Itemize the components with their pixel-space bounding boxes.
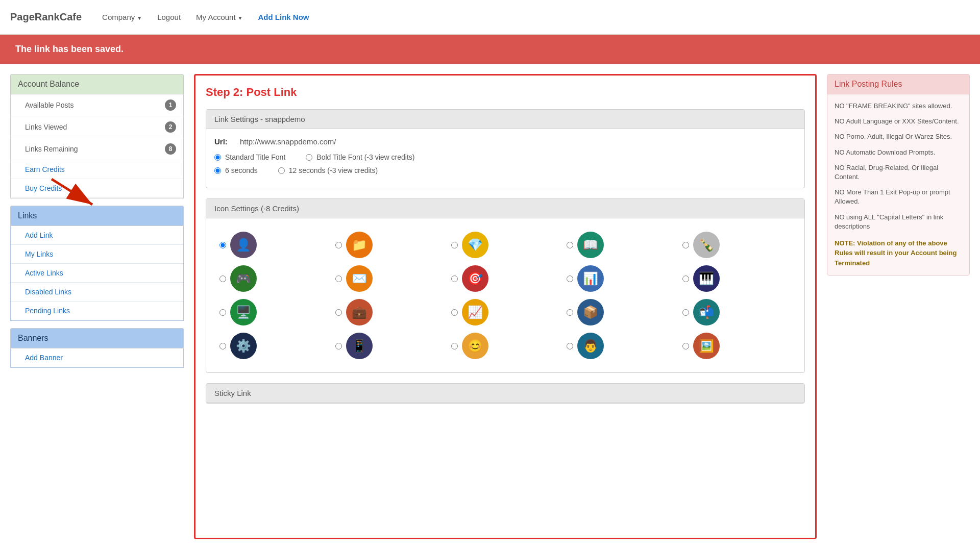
rule-6: NO More Than 1 Exit Pop-up or prompt All… — [835, 188, 962, 206]
icon-radio-19[interactable] — [567, 343, 573, 349]
icon-cell-14: 📦 — [567, 299, 675, 325]
icon-gem[interactable]: 💎 — [462, 232, 488, 258]
nav-addlink[interactable]: Add Link Now — [258, 13, 309, 21]
right-sidebar: Link Posting Rules NO "FRAME BREAKING" s… — [827, 74, 970, 539]
buy-credits-link[interactable]: Buy Credits — [11, 179, 183, 198]
standard-title-radio[interactable] — [214, 154, 221, 161]
icon-cell-18: 😊 — [451, 333, 560, 359]
title-font-row: Standard Title Font Bold Title Font (-3 … — [214, 153, 796, 161]
icon-cell-6: 🎮 — [219, 265, 328, 292]
link-settings-panel: Link Settings - snappdemo Url: http://ww… — [206, 109, 805, 188]
icon-radio-4[interactable] — [567, 242, 573, 248]
icon-briefcase[interactable]: 💼 — [346, 299, 373, 325]
icon-avatar2[interactable]: 👨 — [577, 333, 604, 359]
6sec-radio[interactable] — [214, 167, 221, 174]
icon-radio-17[interactable] — [335, 343, 342, 349]
12sec-option[interactable]: 12 seconds (-3 view credits) — [278, 166, 378, 174]
icon-cell-10: 🎹 — [682, 265, 791, 292]
links-section-title: Links — [10, 206, 184, 226]
step-title: Step 2: Post Link — [206, 86, 805, 99]
icon-radio-11[interactable] — [219, 309, 226, 316]
icon-radio-5[interactable] — [682, 242, 689, 248]
icon-cell-13: 📈 — [451, 299, 560, 325]
url-value: http://www.snappdemo.com/ — [240, 137, 336, 146]
nav-logout[interactable]: Logout — [157, 13, 181, 21]
rule-5: NO Racial, Drug-Related, Or Illegal Cont… — [835, 163, 962, 182]
account-balance-body: Available Posts 1 Links Viewed 2 Links R… — [10, 94, 184, 198]
icon-mail[interactable]: ✉️ — [346, 265, 373, 292]
links-remaining-row: Links Remaining 8 — [11, 138, 183, 160]
link-settings-header: Link Settings - snappdemo — [206, 110, 804, 129]
icon-cell-16: ⚙️ — [219, 333, 328, 359]
icon-radio-9[interactable] — [567, 276, 573, 282]
6sec-option[interactable]: 6 seconds — [214, 166, 258, 174]
active-links-link[interactable]: Active Links — [11, 264, 183, 283]
icon-window[interactable]: 🖼️ — [693, 333, 720, 359]
icon-folder[interactable]: 📁 — [346, 232, 373, 258]
available-posts-badge: 1 — [165, 99, 176, 111]
bold-title-radio[interactable] — [306, 154, 312, 161]
icon-cell-8: 🎯 — [451, 265, 560, 292]
icon-radio-18[interactable] — [451, 343, 458, 349]
nav-company[interactable]: Company▼ — [102, 13, 142, 21]
icon-radio-7[interactable] — [335, 276, 342, 282]
icon-radio-10[interactable] — [682, 276, 689, 282]
alert-message: The link has been saved. — [15, 44, 124, 54]
12sec-radio[interactable] — [278, 167, 285, 174]
icon-cell-9: 📊 — [567, 265, 675, 292]
icon-book[interactable]: 📖 — [577, 232, 604, 258]
icon-cell-17: 📱 — [335, 333, 444, 359]
icon-openbox[interactable]: 📬 — [693, 299, 720, 325]
icon-radio-1[interactable] — [219, 242, 226, 248]
icon-radio-16[interactable] — [219, 343, 226, 349]
disabled-links-link[interactable]: Disabled Links — [11, 283, 183, 302]
icon-radio-3[interactable] — [451, 242, 458, 248]
icon-person[interactable]: 👤 — [230, 232, 257, 258]
icon-radio-13[interactable] — [451, 309, 458, 316]
rule-7: NO using ALL "Capital Letters" in link d… — [835, 213, 962, 231]
icon-chart[interactable]: 📊 — [577, 265, 604, 292]
banners-section-title: Banners — [10, 328, 184, 348]
icon-target[interactable]: 🎯 — [462, 265, 488, 292]
logo[interactable]: PageRankCafe — [10, 11, 82, 23]
icon-presentation[interactable]: 📈 — [462, 299, 488, 325]
icon-gamepad[interactable]: 🎮 — [230, 265, 257, 292]
links-remaining-label: Links Remaining — [25, 145, 78, 153]
icon-radio-12[interactable] — [335, 309, 342, 316]
banners-section-body: Add Banner — [10, 348, 184, 368]
icon-radio-8[interactable] — [451, 276, 458, 282]
icon-bottle[interactable]: 🍾 — [693, 232, 720, 258]
icon-cube[interactable]: 📦 — [577, 299, 604, 325]
icon-cell-2: 📁 — [335, 232, 444, 258]
url-row: Url: http://www.snappdemo.com/ — [214, 137, 796, 146]
nav-myaccount[interactable]: My Account▼ — [196, 13, 242, 21]
icon-device[interactable]: 📱 — [346, 333, 373, 359]
add-banner-link[interactable]: Add Banner — [11, 348, 183, 367]
icon-avatar[interactable]: 😊 — [462, 333, 488, 359]
rules-panel-title: Link Posting Rules — [827, 74, 969, 94]
icon-radio-15[interactable] — [682, 309, 689, 316]
my-links-link[interactable]: My Links — [11, 245, 183, 264]
earn-credits-link[interactable]: Earn Credits — [11, 160, 183, 179]
account-balance-section: Account Balance Available Posts 1 Links … — [10, 74, 184, 198]
pending-links-link[interactable]: Pending Links — [11, 302, 183, 320]
sticky-link-panel: Sticky Link — [206, 383, 805, 404]
rule-2: NO Adult Language or XXX Sites/Content. — [835, 117, 962, 126]
standard-title-option[interactable]: Standard Title Font — [214, 153, 285, 161]
icon-radio-2[interactable] — [335, 242, 342, 248]
icon-cell-1: 👤 — [219, 232, 328, 258]
myaccount-dropdown-arrow: ▼ — [238, 15, 243, 21]
icon-cell-4: 📖 — [567, 232, 675, 258]
bold-title-option[interactable]: Bold Title Font (-3 view credits) — [306, 153, 414, 161]
icon-piano[interactable]: 🎹 — [693, 265, 720, 292]
icon-radio-6[interactable] — [219, 276, 226, 282]
12sec-label: 12 seconds (-3 view credits) — [289, 166, 378, 174]
icon-radio-20[interactable] — [682, 343, 689, 349]
icon-radio-14[interactable] — [567, 309, 573, 316]
add-link-link[interactable]: Add Link — [11, 226, 183, 245]
main-layout: Account Balance Available Posts 1 Links … — [0, 64, 980, 549]
sticky-link-header: Sticky Link — [206, 384, 804, 403]
rule-3: NO Porno, Adult, Illegal Or Warez Sites. — [835, 132, 962, 141]
icon-monitor[interactable]: 🖥️ — [230, 299, 257, 325]
icon-dots[interactable]: ⚙️ — [230, 333, 257, 359]
